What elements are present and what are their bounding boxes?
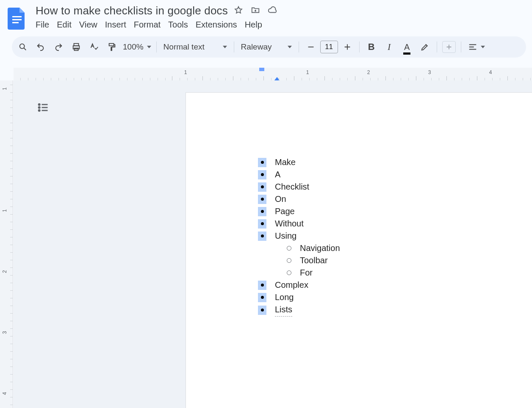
highlight-button[interactable]	[416, 39, 433, 55]
svg-rect-0	[12, 16, 22, 17]
font-dropdown[interactable]: Raleway	[238, 42, 295, 52]
first-line-indent-marker[interactable]	[259, 68, 264, 71]
print-button[interactable]	[68, 39, 85, 55]
star-icon[interactable]	[234, 6, 243, 17]
sub-list: Navigation Toolbar For	[287, 242, 340, 279]
hruler-num: 3	[428, 69, 431, 75]
undo-button[interactable]	[32, 39, 49, 55]
font-size-input[interactable]: 11	[320, 41, 338, 53]
canvas[interactable]: Make A Checklist On Page Without Using N…	[14, 80, 532, 408]
document-content[interactable]: Make A Checklist On Page Without Using N…	[258, 156, 340, 317]
vruler-num: 4	[2, 392, 8, 395]
spellcheck-button[interactable]	[86, 39, 103, 55]
paragraph-style-dropdown[interactable]: Normal text	[160, 42, 230, 52]
bullet-list: Complex Long Lists	[258, 279, 340, 317]
menu-tools[interactable]: Tools	[168, 20, 188, 30]
search-button[interactable]	[14, 39, 31, 55]
menu-extensions[interactable]: Extensions	[196, 20, 237, 30]
list-item[interactable]: Using	[258, 230, 340, 242]
outline-toggle-button[interactable]	[37, 102, 49, 115]
list-item[interactable]: Make	[258, 156, 340, 168]
svg-point-3	[20, 44, 25, 49]
redo-button[interactable]	[50, 39, 67, 55]
vruler-num: 3	[2, 331, 8, 334]
text-color-button[interactable]: A	[399, 39, 416, 55]
paragraph-style-label: Normal text	[163, 42, 205, 52]
svg-point-10	[39, 110, 40, 111]
vruler-num: 2	[2, 270, 8, 273]
list-item[interactable]: Complex	[258, 279, 340, 291]
hruler-num: 2	[367, 69, 370, 75]
chevron-down-icon	[223, 46, 227, 48]
chevron-down-icon	[147, 46, 151, 48]
menu-format[interactable]: Format	[134, 20, 161, 30]
menu-insert[interactable]: Insert	[105, 20, 126, 30]
svg-rect-1	[12, 19, 22, 20]
bullet-list: Make A Checklist On Page Without Using	[258, 156, 340, 242]
align-dropdown[interactable]	[465, 42, 488, 52]
paint-format-button[interactable]	[103, 39, 120, 55]
italic-button[interactable]: I	[381, 39, 398, 55]
list-item[interactable]: Navigation	[287, 242, 340, 254]
menu-edit[interactable]: Edit	[57, 20, 71, 30]
list-item[interactable]: Toolbar	[287, 254, 340, 267]
menu-help[interactable]: Help	[245, 20, 262, 30]
toolbar: 100% Normal text Raleway 11 B I A	[12, 36, 526, 58]
hruler-num: 4	[489, 69, 492, 75]
document-title[interactable]: How to make checklists in google docs	[36, 4, 228, 17]
list-item[interactable]: Checklist	[258, 181, 340, 193]
svg-point-9	[39, 107, 40, 108]
app-icon	[8, 6, 26, 30]
title-bar: How to make checklists in google docs Fi…	[0, 0, 532, 35]
chevron-down-icon	[481, 46, 485, 48]
zoom-dropdown[interactable]: 100%	[121, 42, 153, 52]
horizontal-ruler[interactable]: 1 1 2 3 4	[14, 68, 532, 81]
hruler-num: 1	[306, 69, 309, 75]
svg-point-8	[39, 104, 40, 105]
font-label: Raleway	[241, 42, 272, 52]
menu-bar: File Edit View Insert Format Tools Exten…	[36, 19, 277, 33]
bold-button[interactable]: B	[363, 39, 380, 55]
move-icon[interactable]	[251, 6, 260, 17]
hruler-num: 1	[184, 69, 187, 75]
list-item[interactable]: On	[258, 193, 340, 205]
vruler-num: 1	[2, 209, 8, 212]
list-item[interactable]: Long	[258, 291, 340, 303]
document-page[interactable]: Make A Checklist On Page Without Using N…	[186, 92, 532, 408]
vertical-ruler[interactable]: 1 1 2 3 4	[0, 80, 13, 408]
list-item[interactable]: Lists	[258, 303, 340, 317]
svg-rect-7	[109, 44, 114, 46]
svg-rect-2	[12, 22, 19, 23]
list-item[interactable]: For	[287, 267, 340, 279]
menu-view[interactable]: View	[79, 20, 97, 30]
workspace: 1 1 2 3 4 1 1 2 3 4 Make A Checklist On	[0, 68, 532, 408]
cloud-saved-icon[interactable]	[268, 6, 277, 17]
chevron-down-icon	[288, 46, 292, 48]
vruler-num: 1	[2, 87, 8, 90]
insert-comment-button[interactable]	[441, 39, 457, 55]
list-item[interactable]: Without	[258, 218, 340, 230]
font-size-increase-button[interactable]	[339, 39, 356, 55]
font-size-decrease-button[interactable]	[302, 39, 319, 55]
zoom-value: 100%	[123, 42, 144, 52]
list-item[interactable]: Page	[258, 205, 340, 218]
menu-file[interactable]: File	[36, 20, 49, 30]
list-item[interactable]: A	[258, 168, 340, 181]
